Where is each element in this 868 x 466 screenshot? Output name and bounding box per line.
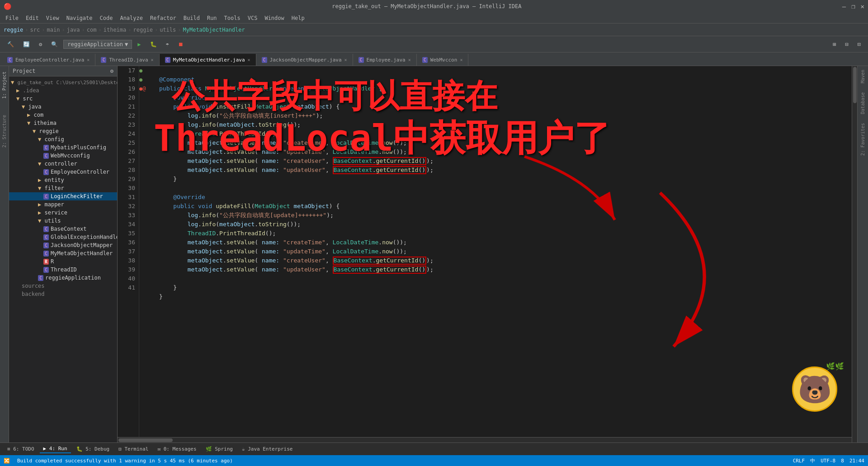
vertical-scrollbar[interactable] [852, 66, 857, 442]
horizontal-scrollbar[interactable] [118, 437, 852, 442]
menu-analyze[interactable]: Analyze [116, 14, 146, 22]
tree-item-mymetahandler[interactable]: CMyMetaObjectHandler [9, 249, 117, 257]
breadcrumb-java[interactable]: java [67, 27, 80, 33]
tree-item-mybatis[interactable]: CMybatisPlusConfig [9, 143, 117, 152]
tab-employeecontroller[interactable]: C EmployeeController.java × [2, 54, 95, 66]
code-content[interactable]: @Component public class MyMetaObjectHand… [154, 66, 857, 442]
tab-webmvccon[interactable]: C WebMvccon × [417, 54, 469, 66]
menu-help[interactable]: Help [288, 14, 308, 22]
tree-item-root[interactable]: ▼ gie_take_out C:\Users\25001\Desktop\re… [9, 78, 117, 86]
run-config-selector[interactable]: reggieApplication ▼ [63, 40, 132, 49]
toolbar-sync-btn[interactable]: 🔄 [19, 40, 33, 48]
tree-item-jackson[interactable]: CJacksonObjectMapper [9, 241, 117, 249]
breadcrumb-com[interactable]: com [87, 27, 97, 33]
tab-label: JacksonObjectMapper.java [270, 57, 342, 63]
tree-item-loginfilter[interactable]: CLoginCheckFilter [9, 192, 117, 200]
tab-close-icon[interactable]: × [87, 57, 90, 62]
stop-button[interactable]: ⏹ [175, 40, 187, 48]
bottom-tab-messages[interactable]: ✉ 0: Messages [154, 445, 200, 453]
tree-item-basecontext[interactable]: CBaseContext [9, 225, 117, 233]
breadcrumb-reggie[interactable]: reggie [4, 27, 23, 33]
tab-close-icon[interactable]: × [248, 57, 250, 62]
tab-close-icon[interactable]: × [151, 57, 154, 62]
toolbar-settings-btn[interactable]: ⚙ [35, 40, 46, 48]
right-panel-maven[interactable]: Maven [859, 68, 866, 85]
tree-item-r[interactable]: RR [9, 257, 117, 266]
bottom-tab-java-enterprise[interactable]: ☕ Java Enterprise [238, 445, 297, 453]
tree-item-java[interactable]: ▼ java [9, 103, 117, 111]
close-button[interactable]: ✕ [861, 3, 864, 10]
title-bar: 🔴 reggie_take_out – MyMetaObjectHandler.… [0, 0, 868, 13]
status-utf8[interactable]: UTF-8 [821, 458, 835, 464]
menu-window[interactable]: Window [261, 14, 288, 22]
menu-code[interactable]: Code [96, 14, 117, 22]
tree-gear-icon[interactable]: ⚙ [110, 68, 113, 74]
tree-item-webmvc[interactable]: CWebMvcconfig [9, 152, 117, 160]
right-panel-database[interactable]: Database [859, 90, 866, 116]
tree-item-com[interactable]: ▶ com [9, 111, 117, 119]
tree-item-config[interactable]: ▼ config [9, 135, 117, 143]
run-button[interactable]: ▶ [134, 40, 144, 48]
bottom-tab-terminal[interactable]: ⊡ Terminal [115, 445, 152, 453]
status-crlf[interactable]: CRLF [793, 458, 805, 464]
minimize-button[interactable]: — [842, 3, 846, 10]
tab-employee[interactable]: C Employee.java × [353, 54, 417, 66]
toolbar-extra2[interactable]: ⊟ [842, 40, 852, 48]
tree-item-itheima[interactable]: ▼ itheima [9, 119, 117, 127]
menu-refactor[interactable]: Refactor [146, 14, 180, 22]
right-panel-favorites[interactable]: 2: Favorites [859, 121, 866, 157]
bottom-tab-run[interactable]: ▶ 4: Run [40, 445, 71, 453]
breadcrumb-reggie2[interactable]: reggie [133, 27, 153, 33]
breadcrumb-itheima[interactable]: itheima [104, 27, 127, 33]
menu-vcs[interactable]: VCS [244, 14, 261, 22]
tree-item-reggieapp[interactable]: CreggieApplication [9, 274, 117, 282]
breadcrumb-utils[interactable]: utils [160, 27, 176, 33]
tab-mymetaobjecthandler[interactable]: C MyMetaObjectHandler.java × [160, 54, 256, 66]
tab-close-icon[interactable]: × [408, 57, 411, 62]
tab-close-icon[interactable]: × [344, 57, 347, 62]
tree-item-service[interactable]: ▶ service [9, 209, 117, 217]
tree-item-src[interactable]: ▼ src [9, 95, 117, 103]
toolbar-build-btn[interactable]: 🔨 [4, 40, 18, 48]
tree-item-utils[interactable]: ▼ utils [9, 217, 117, 225]
menu-run[interactable]: Run [203, 14, 221, 22]
menu-file[interactable]: File [2, 14, 22, 22]
breadcrumb-main[interactable]: main [47, 27, 60, 33]
tab-threadid[interactable]: C ThreadID.java × [95, 54, 159, 66]
breadcrumb-src[interactable]: src [30, 27, 40, 33]
tree-item-controller[interactable]: ▼ controller [9, 160, 117, 168]
tree-item-backend[interactable]: backend [9, 290, 117, 298]
maximize-button[interactable]: ❐ [851, 3, 855, 10]
tree-item-threadid[interactable]: CThreadID [9, 266, 117, 274]
menu-edit[interactable]: Edit [22, 14, 42, 22]
tree-item-sources[interactable]: sources [9, 282, 117, 290]
toolbar-extra1[interactable]: ⊞ [829, 40, 840, 48]
tab-close-icon[interactable]: × [460, 57, 462, 62]
tree-item-filter[interactable]: ▼ filter [9, 184, 117, 192]
bottom-tab-spring[interactable]: 🌿 Spring [202, 445, 236, 453]
status-right: CRLF 中 UTF-8 8 21:44 [793, 457, 864, 464]
tree-item-entity[interactable]: ▶ entity [9, 176, 117, 184]
coverage-button[interactable]: ☂ [162, 40, 173, 48]
breadcrumb-handler[interactable]: MyMetaObjectHandler [183, 27, 245, 33]
status-charset[interactable]: 中 [810, 457, 815, 464]
toolbar-search-btn[interactable]: 🔍 [47, 40, 61, 48]
debug-button[interactable]: 🐛 [146, 40, 160, 48]
tab-jacksonobjectmapper[interactable]: C JacksonObjectMapper.java × [256, 54, 353, 66]
side-tab-structure[interactable]: 2: Structure [1, 113, 8, 149]
tree-item-globalexception[interactable]: CGlobalExceptionHandler [9, 233, 117, 241]
bottom-tab-debug[interactable]: 🐛 5: Debug [73, 445, 113, 453]
menu-navigate[interactable]: Navigate [63, 14, 96, 22]
tree-item-empcontroller[interactable]: CEmployeeController [9, 168, 117, 176]
menu-build[interactable]: Build [180, 14, 203, 22]
code-editor[interactable]: 17 18 19 20 21 22 23 24 25 26 27 28 29 3… [118, 66, 857, 442]
tree-item-mapper[interactable]: ▶ mapper [9, 200, 117, 209]
tree-item-reggie[interactable]: ▼ reggie [9, 127, 117, 135]
tab-bar: C EmployeeController.java × C ThreadID.j… [0, 52, 868, 66]
menu-tools[interactable]: Tools [221, 14, 244, 22]
bottom-tab-todo[interactable]: ≡ 6: TODO [4, 445, 38, 453]
tree-item-idea[interactable]: ▶ .idea [9, 86, 117, 95]
side-tab-project[interactable]: 1: Project [1, 70, 8, 100]
toolbar-extra3[interactable]: ⊡ [854, 40, 864, 48]
menu-view[interactable]: View [42, 14, 63, 22]
